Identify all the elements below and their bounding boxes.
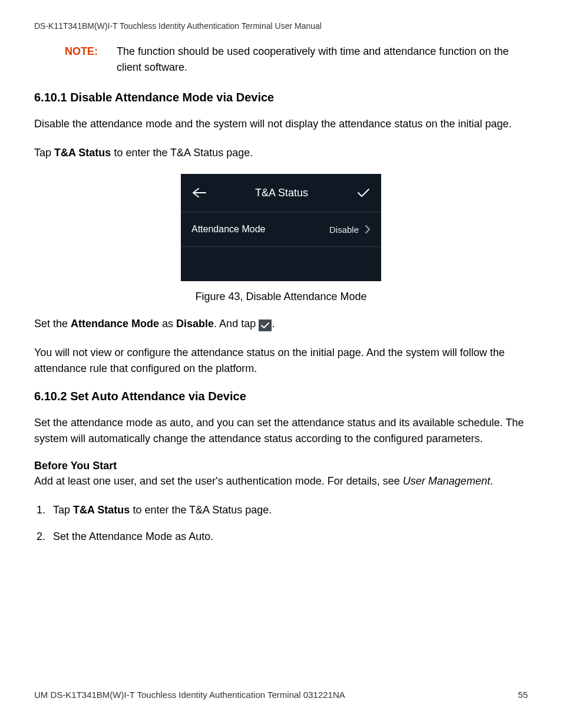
text-fragment: Tap bbox=[53, 504, 73, 516]
page-footer: UM DS-K1T341BM(W)I-T Touchless Identity … bbox=[34, 690, 528, 700]
list-item: 1. Tap T&A Status to enter the T&A Statu… bbox=[37, 502, 528, 518]
attendance-mode-row[interactable]: Attendance Mode Disable bbox=[181, 212, 381, 247]
text-bold: Attendance Mode bbox=[71, 318, 159, 330]
note-block: NOTE: The function should be used cooper… bbox=[65, 44, 528, 75]
device-header-title: T&A Status bbox=[255, 187, 308, 199]
section1-p2: Tap T&A Status to enter the T&A Status p… bbox=[34, 145, 528, 161]
inline-check-icon bbox=[259, 319, 272, 331]
step-text: Tap T&A Status to enter the T&A Status p… bbox=[53, 502, 272, 518]
row-label: Attendance Mode bbox=[191, 224, 265, 235]
text-bold: Disable bbox=[176, 318, 214, 330]
device-header-bar: T&A Status bbox=[181, 174, 381, 212]
list-item: 2. Set the Attendance Mode as Auto. bbox=[37, 529, 528, 545]
text-fragment: . And tap bbox=[214, 318, 259, 330]
text-fragment: Tap bbox=[34, 147, 54, 159]
text-bold: T&A Status bbox=[73, 504, 130, 516]
before-you-start-heading: Before You Start bbox=[34, 460, 528, 472]
figure-43-caption: Figure 43, Disable Attendance Mode bbox=[34, 291, 528, 303]
check-icon[interactable] bbox=[356, 187, 371, 199]
section-heading-6-10-2: 6.10.2 Set Auto Attendance via Device bbox=[34, 390, 528, 403]
step-number: 1. bbox=[37, 502, 53, 518]
text-fragment: to enter the T&A Status page. bbox=[130, 504, 272, 516]
step-text: Set the Attendance Mode as Auto. bbox=[53, 529, 213, 545]
text-fragment: Set the Attendance Mode as Auto. bbox=[53, 531, 213, 542]
note-text: The function should be used cooperativel… bbox=[117, 44, 528, 75]
after-figure-p2: You will not view or configure the atten… bbox=[34, 345, 528, 377]
device-blank-area bbox=[181, 247, 381, 281]
before-you-start-body: Add at least one user, and set the user'… bbox=[34, 473, 528, 489]
section2-p1: Set the attendance mode as auto, and you… bbox=[34, 415, 528, 447]
footer-left: UM DS-K1T341BM(W)I-T Touchless Identity … bbox=[34, 690, 345, 700]
note-label: NOTE: bbox=[65, 44, 117, 75]
text-fragment: Set the bbox=[34, 318, 71, 330]
after-figure-p1: Set the Attendance Mode as Disable. And … bbox=[34, 316, 528, 332]
text-fragment: . bbox=[272, 318, 275, 330]
text-fragment: to enter the T&A Status page. bbox=[111, 147, 253, 159]
text-bold: T&A Status bbox=[54, 147, 111, 159]
footer-right: 55 bbox=[518, 690, 528, 700]
figure-43-container: T&A Status Attendance Mode Disable bbox=[34, 174, 528, 281]
step-number: 2. bbox=[37, 529, 53, 545]
text-fragment: as bbox=[159, 318, 176, 330]
section-heading-6-10-1: 6.10.1 Disable Attendance Mode via Devic… bbox=[34, 91, 528, 104]
document-header: DS-K11T341BM(W)I-T Touchless Identity Au… bbox=[34, 21, 528, 31]
text-italic: User Management bbox=[403, 475, 490, 487]
text-fragment: . bbox=[490, 475, 493, 487]
row-value: Disable bbox=[329, 225, 359, 235]
chevron-right-icon bbox=[365, 225, 371, 234]
steps-list: 1. Tap T&A Status to enter the T&A Statu… bbox=[37, 502, 528, 545]
text-fragment: Add at least one user, and set the user'… bbox=[34, 475, 403, 487]
section1-p1: Disable the attendance mode and the syst… bbox=[34, 116, 528, 132]
back-icon[interactable] bbox=[191, 187, 207, 199]
device-screenshot: T&A Status Attendance Mode Disable bbox=[181, 174, 381, 281]
